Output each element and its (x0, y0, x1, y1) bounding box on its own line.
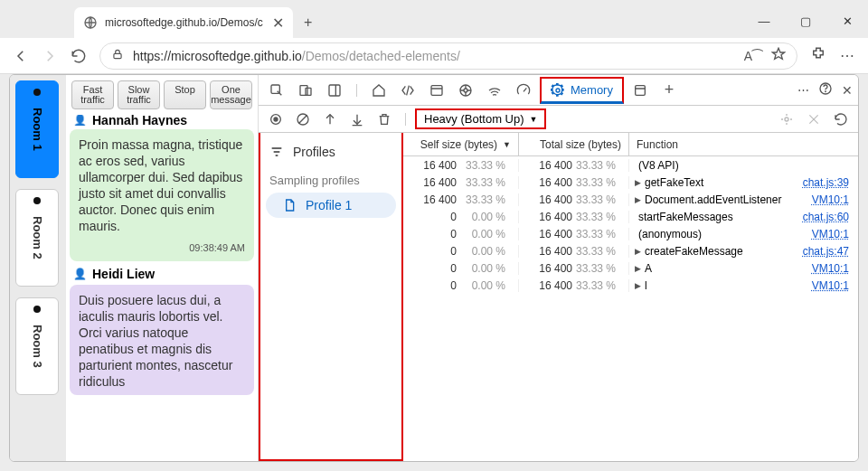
source-link[interactable]: VM10:1 (812, 262, 858, 275)
import-button[interactable] (318, 108, 342, 130)
lock-icon (111, 48, 124, 63)
extensions-icon[interactable] (810, 46, 826, 66)
table-row[interactable]: 00.00 %16 40033.33 %(anonymous)VM10:1 (403, 225, 858, 242)
presence-dot-icon (33, 306, 41, 313)
window-minimize-button[interactable]: — (743, 7, 785, 34)
room-label: Room 2 (31, 216, 44, 259)
browser-tab[interactable]: microsoftedge.github.io/Demos/c ✕ (74, 7, 293, 38)
function-name: (anonymous) (638, 228, 702, 240)
svg-line-15 (524, 88, 526, 91)
svg-rect-3 (300, 85, 307, 95)
table-row[interactable]: 00.00 %16 40033.33 %▶AVM10:1 (403, 259, 858, 277)
chat-pane: Fasttraffic Slowtraffic Stop Onemessage … (66, 75, 259, 461)
record-button[interactable] (264, 108, 288, 130)
source-link[interactable]: chat.js:60 (803, 211, 858, 223)
chat-controls: Fasttraffic Slowtraffic Stop Onemessage (66, 75, 258, 115)
table-row[interactable]: 16 40033.33 %16 40033.33 %(V8 API) (403, 156, 858, 174)
elements-tab-icon[interactable] (395, 78, 420, 103)
svg-point-10 (464, 89, 467, 92)
url-box[interactable]: https://microsoftedge.github.io/Demos/de… (99, 42, 797, 70)
titlebar: microsoftedge.github.io/Demos/c ✕ + — ▢ … (0, 0, 868, 38)
window-maximize-button[interactable]: ▢ (785, 7, 826, 34)
sampling-profiles-label: Sampling profiles (260, 165, 401, 193)
col-function-header[interactable]: Function (629, 133, 858, 155)
content-area: Room 1 Room 2 Room 3 Fasttraffic Slowtra… (9, 74, 859, 462)
more-icon[interactable]: ⋯ (839, 47, 855, 64)
col-total-header[interactable]: Total size (bytes) (519, 133, 629, 155)
one-message-button[interactable]: Onemessage (210, 80, 252, 109)
more-tabs-button[interactable]: + (656, 78, 682, 103)
performance-tab-icon[interactable] (511, 78, 536, 103)
focus-button[interactable] (775, 108, 798, 130)
source-link[interactable]: VM10:1 (812, 193, 858, 206)
source-link[interactable]: VM10:1 (812, 279, 858, 292)
svg-line-24 (298, 115, 307, 123)
chevron-down-icon: ▼ (530, 115, 538, 124)
messages: Hannah Haynes Proin massa magna, tristiq… (66, 115, 258, 395)
table-row[interactable]: 16 40033.33 %16 40033.33 %▶getFakeTextch… (403, 174, 858, 191)
view-selector[interactable]: Heavy (Bottom Up) ▼ (415, 108, 546, 129)
slow-traffic-button[interactable]: Slowtraffic (118, 80, 160, 109)
fast-traffic-button[interactable]: Fasttraffic (71, 80, 114, 109)
function-name: l (645, 279, 647, 292)
profile-table: Self size (bytes) ▼ Total size (bytes) F… (403, 133, 858, 461)
profiles-pane: Profiles Sampling profiles Profile 1 (259, 133, 403, 461)
source-link[interactable]: chat.js:47 (803, 245, 858, 258)
svg-rect-7 (431, 85, 442, 95)
room-label: Room 1 (31, 108, 44, 151)
memory-tab[interactable]: Memory (540, 77, 624, 104)
network-tab-icon[interactable] (482, 78, 507, 103)
device-toolbar-icon[interactable] (293, 78, 318, 103)
forward-button (42, 48, 58, 64)
dock-icon[interactable] (322, 78, 347, 103)
profile-item[interactable]: Profile 1 (266, 193, 396, 218)
table-row[interactable]: 00.00 %16 40033.33 %▶lVM10:1 (403, 277, 858, 294)
tab-close-icon[interactable]: ✕ (272, 14, 284, 32)
table-row[interactable]: 00.00 %16 40033.33 %▶createFakeMessagech… (403, 242, 858, 259)
presence-dot-icon (33, 89, 41, 96)
room-label: Room 3 (31, 325, 44, 368)
reading-mode-icon[interactable]: A⁀ (744, 49, 762, 63)
table-row[interactable]: 16 40033.33 %16 40033.33 %▶Document.addE… (403, 191, 858, 208)
table-row[interactable]: 00.00 %16 40033.33 %startFakeMessagescha… (403, 208, 858, 225)
window-close-button[interactable]: ✕ (826, 7, 868, 34)
sender-name: Heidi Liew (73, 267, 254, 281)
room-3[interactable]: Room 3 (15, 297, 59, 395)
application-tab-icon[interactable] (627, 78, 653, 103)
devtools-help-icon[interactable] (818, 81, 833, 99)
console-tab-icon[interactable] (424, 78, 449, 103)
filter-icon (269, 145, 284, 159)
export-button[interactable] (345, 108, 369, 130)
memory-toolbar: Heavy (Bottom Up) ▼ (259, 106, 858, 133)
function-name: A (645, 262, 652, 275)
inspect-icon[interactable] (264, 78, 289, 103)
globe-icon (83, 15, 98, 30)
source-link[interactable]: VM10:1 (812, 228, 858, 240)
favorite-icon[interactable] (771, 47, 786, 64)
refresh-profiles-button[interactable] (829, 108, 853, 130)
profile-file-icon (282, 198, 297, 212)
room-1[interactable]: Room 1 (15, 80, 59, 178)
svg-point-27 (785, 118, 788, 121)
profiles-header: Profiles (260, 139, 401, 165)
clear-button[interactable] (291, 108, 315, 130)
devtools-more-icon[interactable]: ⋯ (797, 83, 809, 97)
stop-button[interactable]: Stop (164, 80, 206, 109)
room-2[interactable]: Room 2 (15, 189, 59, 287)
col-self-header[interactable]: Self size (bytes) ▼ (403, 133, 519, 155)
memory-tab-label: Memory (571, 83, 613, 97)
welcome-tab-icon[interactable] (366, 78, 392, 103)
refresh-button[interactable] (71, 48, 87, 64)
message-text: Proin massa magna, tristique ac eros sed… (79, 137, 245, 234)
source-link[interactable]: chat.js:39 (803, 176, 858, 189)
delete-button[interactable] (373, 108, 396, 130)
view-selector-label: Heavy (Bottom Up) (424, 112, 524, 126)
devtools-close-icon[interactable]: ✕ (842, 83, 853, 98)
function-name: (V8 API) (638, 159, 679, 172)
back-button[interactable] (13, 48, 29, 64)
new-tab-button[interactable]: + (304, 14, 312, 38)
delete-filter-button[interactable] (802, 108, 826, 130)
sources-tab-icon[interactable] (453, 78, 478, 103)
address-bar: https://microsoftedge.github.io/Demos/de… (0, 38, 868, 74)
presence-dot-icon (33, 197, 41, 204)
